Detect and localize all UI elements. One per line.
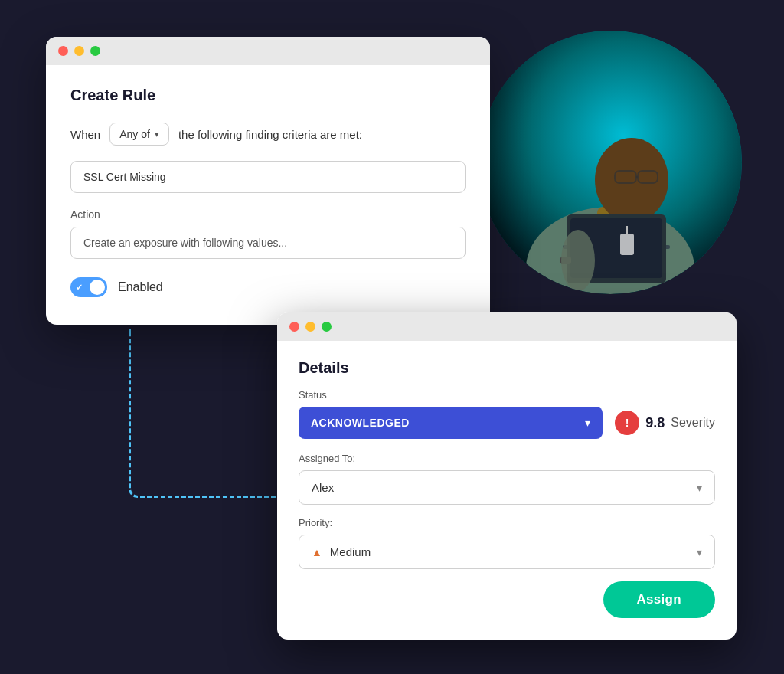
finding-criteria-input[interactable]: [70, 161, 466, 193]
chevron-down-icon: ▾: [155, 129, 159, 139]
priority-chevron-icon: ▾: [697, 546, 702, 558]
action-label: Action: [70, 208, 466, 221]
assigned-to-dropdown[interactable]: Alex ▾: [299, 470, 715, 505]
assigned-to-value: Alex: [312, 481, 334, 494]
dot-close[interactable]: [58, 46, 68, 56]
severity-alert-icon: !: [615, 411, 639, 435]
status-chevron-icon: ▾: [585, 417, 590, 429]
action-input[interactable]: [70, 227, 466, 259]
toggle-knob: [90, 280, 105, 295]
enabled-toggle[interactable]: ✓: [70, 277, 107, 297]
enabled-row: ✓ Enabled: [70, 277, 466, 297]
details-title: Details: [299, 359, 715, 377]
titlebar-create-rule: [46, 37, 490, 65]
severity-badge: ! 9.8 Severity: [615, 411, 715, 435]
assigned-to-chevron-icon: ▾: [697, 482, 702, 494]
priority-label: Priority:: [299, 517, 715, 528]
details-window: Details Status ACKNOWLEDGED ▾ ! 9.8 Seve…: [277, 312, 737, 640]
details-body: Details Status ACKNOWLEDGED ▾ ! 9.8 Seve…: [277, 341, 737, 640]
when-row: When Any of ▾ the following finding crit…: [70, 123, 466, 146]
following-criteria-text: the following finding criteria are met:: [178, 128, 362, 141]
dot-maximize-details[interactable]: [322, 322, 332, 332]
svg-point-15: [561, 230, 595, 291]
svg-rect-12: [620, 234, 634, 255]
severity-label: Severity: [671, 416, 715, 430]
person-avatar-circle: [479, 31, 742, 294]
titlebar-details: [277, 312, 737, 341]
create-rule-title: Create Rule: [70, 87, 466, 104]
status-dropdown[interactable]: ACKNOWLEDGED ▾: [299, 407, 603, 439]
dot-close-details[interactable]: [289, 322, 299, 332]
dot-minimize-details[interactable]: [305, 322, 315, 332]
create-rule-window: Create Rule When Any of ▾ the following …: [46, 37, 490, 325]
assigned-to-label: Assigned To:: [299, 453, 715, 464]
person-illustration: [479, 31, 742, 294]
assign-button-row: Assign: [299, 581, 715, 618]
priority-arrow-icon: ▲: [312, 546, 322, 558]
dot-minimize[interactable]: [74, 46, 84, 56]
dot-maximize[interactable]: [90, 46, 100, 56]
enabled-label: Enabled: [118, 280, 163, 294]
create-rule-body: Create Rule When Any of ▾ the following …: [46, 65, 490, 325]
toggle-check-icon: ✓: [76, 283, 83, 293]
scene: Create Rule When Any of ▾ the following …: [0, 0, 784, 674]
priority-value: ▲ Medium: [312, 545, 371, 558]
priority-dropdown[interactable]: ▲ Medium ▾: [299, 535, 715, 569]
status-value: ACKNOWLEDGED: [311, 417, 410, 429]
any-of-dropdown[interactable]: Any of ▾: [109, 123, 169, 146]
severity-number: 9.8: [645, 415, 665, 431]
any-of-value: Any of: [119, 128, 150, 140]
assign-button[interactable]: Assign: [603, 581, 715, 618]
status-label: Status: [299, 389, 715, 401]
when-label: When: [70, 128, 100, 141]
status-row: ACKNOWLEDGED ▾ ! 9.8 Severity: [299, 407, 715, 439]
